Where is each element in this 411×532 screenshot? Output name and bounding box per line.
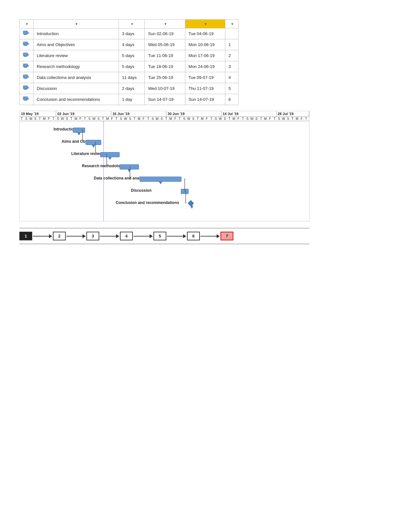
th-finish-arrow[interactable]: ▼ <box>204 22 207 26</box>
task-name-cell: Research methodology <box>34 61 119 72</box>
th-task-mode[interactable]: ▼ <box>20 20 34 28</box>
gantt-bar <box>100 152 120 157</box>
th-duration[interactable]: ▼ <box>119 20 145 28</box>
day-cell: T <box>196 117 200 121</box>
svg-rect-5 <box>24 45 27 46</box>
task-mode-icon <box>23 63 30 69</box>
sequence-box: 6 <box>187 232 200 240</box>
th-task-name[interactable]: ▼ <box>34 20 119 28</box>
day-cell: M <box>42 117 47 121</box>
task-mode-cell <box>20 83 34 94</box>
task-mode-icon <box>23 85 30 91</box>
day-cell: S <box>96 117 101 121</box>
day-cell: T <box>114 117 119 121</box>
task-name-cell: Aims and Objectives <box>34 39 119 50</box>
day-cell: S <box>191 117 196 121</box>
sequence-box: 3 <box>86 232 99 240</box>
day-cell: F <box>142 117 146 121</box>
day-cell: T <box>38 117 42 121</box>
day-cell: T <box>241 117 245 121</box>
day-cell: F <box>173 117 178 121</box>
sequence-arrow <box>66 234 86 238</box>
task-mode-icon <box>23 30 30 36</box>
connector-arrow <box>108 157 112 160</box>
th-start-arrow[interactable]: ▼ <box>164 22 167 26</box>
day-cell: W <box>218 117 223 121</box>
day-cell: S <box>245 117 250 121</box>
day-cell: W <box>187 117 191 121</box>
svg-rect-6 <box>23 53 28 56</box>
th-start[interactable]: ▼ <box>145 20 185 28</box>
duration-cell: 1 day <box>119 94 145 105</box>
day-cell: M <box>263 117 268 121</box>
predecessors-cell: 2 <box>225 50 238 61</box>
svg-rect-15 <box>23 86 28 89</box>
start-cell: Tue 18-06-19 <box>145 61 185 72</box>
svg-rect-17 <box>24 89 27 90</box>
arrow-line <box>66 236 83 237</box>
month-cell: 30 Jun '19 <box>166 111 221 116</box>
gantt-bar <box>86 140 101 145</box>
day-cell: M <box>200 117 205 121</box>
day-cell: S <box>286 117 290 121</box>
gantt-chart: 19 May '1902 Jun '1916 Jun '1930 Jun '19… <box>19 111 309 221</box>
day-cell: M <box>105 117 110 121</box>
th-task-mode-arrow[interactable]: ▼ <box>25 22 29 26</box>
day-cell: T <box>209 117 214 121</box>
svg-rect-9 <box>23 64 28 67</box>
predecessors-cell <box>225 28 238 39</box>
svg-rect-2 <box>24 34 27 35</box>
arrow-head <box>150 234 153 238</box>
day-cell: W <box>155 117 160 121</box>
day-header-row: TSWSTMFTSWSTMFTSWSTMFTSWSTMFTSWSTMFTSWST… <box>20 117 309 121</box>
th-predecessors[interactable]: ▼ <box>225 20 238 28</box>
predecessors-cell: 5 <box>225 83 238 94</box>
day-cell: T <box>178 117 182 121</box>
milestone-arrow <box>190 206 193 209</box>
day-cell: S <box>24 117 29 121</box>
chart-task-row: Data collectiona and analysis <box>20 173 309 185</box>
svg-rect-11 <box>24 67 27 68</box>
day-cell: W <box>250 117 254 121</box>
th-finish[interactable]: ▼ <box>185 20 225 28</box>
connector-arrow <box>77 133 81 135</box>
sequence-arrow <box>100 234 119 238</box>
duration-cell: 5 days <box>119 61 145 72</box>
sequence-box: 4 <box>120 232 133 240</box>
day-cell: M <box>137 117 142 121</box>
day-cell: S <box>128 117 132 121</box>
arrow-head <box>49 234 52 238</box>
gantt-bar <box>73 128 85 133</box>
duration-cell: 2 days <box>119 83 145 94</box>
day-cell: F <box>47 117 51 121</box>
arrow-line <box>100 236 116 237</box>
th-duration-arrow[interactable]: ▼ <box>131 22 134 26</box>
chart-task-label: Literature review <box>71 151 102 156</box>
task-mode-cell <box>20 39 34 50</box>
day-cell: F <box>78 117 83 121</box>
day-cell: T <box>101 117 105 121</box>
chart-task-row: Conclusion and recommendations <box>20 198 309 209</box>
day-cell: F <box>236 117 241 121</box>
table-row: Aims and Objectives 4 days Wed 05-06-19 … <box>20 39 239 50</box>
svg-rect-14 <box>24 78 27 79</box>
table-row: Literature review 5 days Tue 11-06-19 Mo… <box>20 50 239 61</box>
sequence-arrow <box>133 234 153 238</box>
day-cell: T <box>227 117 232 121</box>
start-cell: Tue 11-06-19 <box>145 50 185 61</box>
day-cell: F <box>110 117 114 121</box>
day-cell: T <box>259 117 263 121</box>
predecessors-cell: 3 <box>225 61 238 72</box>
th-task-name-arrow[interactable]: ▼ <box>75 22 78 26</box>
day-cell: S <box>65 117 69 121</box>
day-cell: F <box>299 117 304 121</box>
table-row: Data collectiona and analysis 11 days Tu… <box>20 72 239 83</box>
th-predecessors-arrow[interactable]: ▼ <box>230 22 234 26</box>
start-cell: Sun 14-07-19 <box>145 94 185 105</box>
day-cell: W <box>123 117 128 121</box>
chart-task-label: Research methodology <box>82 164 125 168</box>
day-cell: F <box>205 117 209 121</box>
arrow-line <box>201 236 217 237</box>
day-cell: S <box>308 117 309 121</box>
task-name-cell: Data collectiona and analysis <box>34 72 119 83</box>
